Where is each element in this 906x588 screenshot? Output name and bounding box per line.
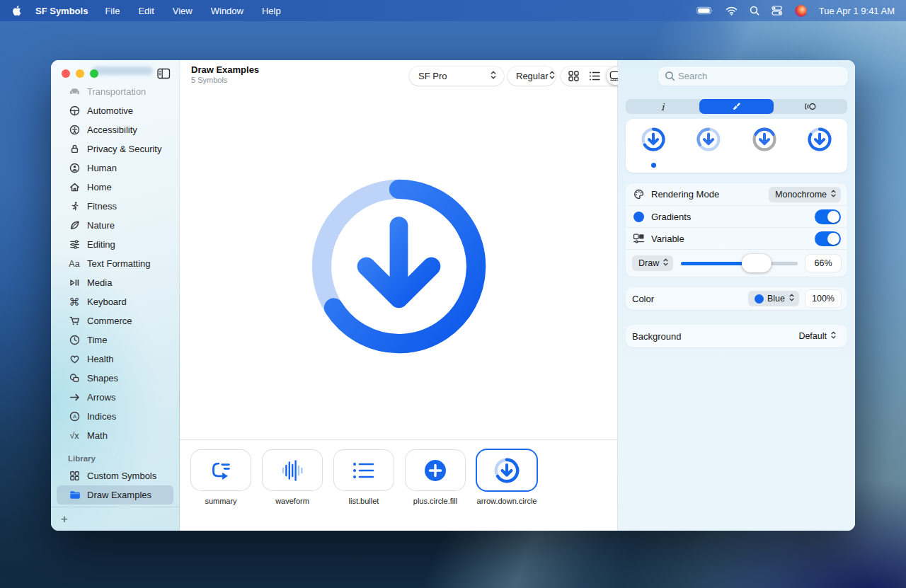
sidebar-item-label: Time [87,335,107,345]
close-button[interactable] [62,69,70,78]
selected-variant-dot [651,163,656,168]
sidebar-item-label: Fitness [87,201,117,212]
symbol-name: list.bullet [349,497,379,507]
multicolor-variant[interactable] [806,126,833,153]
toggle-knob [827,211,839,223]
gradient-circle-icon [632,212,645,222]
menu-view[interactable]: View [173,6,193,16]
sidebar-item-privacy-security[interactable]: Privacy & Security [51,139,179,158]
sidebar: Transportation Automotive Accessibility … [51,60,180,531]
gallery-item-waveform[interactable]: waveform [263,450,322,531]
apple-menu-icon[interactable] [11,4,23,17]
sidebar-item-commerce[interactable]: Commerce [51,311,179,330]
palette-icon [632,188,645,200]
sidebar-item-shapes[interactable]: Shapes [51,369,179,388]
sidebar-item-home[interactable]: Home [51,178,179,197]
arrow-down-circle-card[interactable] [477,450,537,490]
sidebar-item-accessibility[interactable]: Accessibility [51,120,179,139]
chevron-up-down-icon [490,70,497,82]
zoom-button[interactable] [90,69,98,78]
sidebar-item-label: Arrows [87,392,115,403]
plus-circle-fill-card[interactable] [406,450,465,490]
summary-card[interactable] [191,450,251,490]
battery-icon[interactable] [696,6,713,15]
tab-info[interactable]: i [626,99,699,114]
sidebar-item-label: Keyboard [87,296,127,307]
sidebar-item-arrows[interactable]: Arrows [51,388,179,407]
category-list: Transportation Automotive Accessibility … [51,82,179,445]
wifi-icon[interactable] [726,6,738,16]
list-bullet-card[interactable] [334,450,394,490]
variable-toggle[interactable] [815,231,841,246]
sidebar-item-editing[interactable]: Editing [51,235,179,254]
sidebar-item-health[interactable]: Health [51,350,179,369]
spotlight-search-icon[interactable] [750,6,759,16]
minimize-button[interactable] [76,69,84,78]
color-value: Blue [767,294,785,304]
sidebar-item-fitness[interactable]: Fitness [51,197,179,216]
list-view-button[interactable] [585,67,605,86]
app-menu-title[interactable]: SF Symbols [35,6,88,16]
control-center-icon[interactable] [772,6,783,16]
draw-mode-select[interactable]: Draw [632,255,673,271]
gradients-toggle[interactable] [815,209,841,224]
menu-help[interactable]: Help [262,6,281,16]
draw-row: Draw 66% [626,249,847,277]
sidebar-item-indices[interactable]: A Indices [51,407,179,426]
waveform-card[interactable] [263,450,322,490]
chevron-up-down-icon [789,293,795,304]
sidebar-item-time[interactable]: Time [51,330,179,350]
heart-icon [68,353,81,365]
background-group: Background Default [626,325,847,347]
slider-thumb[interactable] [742,254,772,272]
sidebar-item-label: Editing [87,239,115,250]
menu-file[interactable]: File [105,6,120,16]
house-icon [68,181,81,193]
sidebar-item-keyboard[interactable]: ⌘ Keyboard [51,292,179,311]
sidebar-item-human[interactable]: Human [51,158,179,178]
textformat-icon: Aa [68,259,81,269]
draw-slider[interactable] [681,254,798,272]
gallery-item-list-bullet[interactable]: list.bullet [334,450,394,531]
siri-icon[interactable] [795,5,807,17]
sidebar-item-automotive[interactable]: Automotive [51,101,179,120]
sidebar-item-media[interactable]: Media [51,273,179,292]
add-library-button[interactable]: + [61,513,68,525]
palette-variant[interactable] [751,126,778,153]
weight-select[interactable]: Regular [508,67,556,86]
hierarchical-variant[interactable] [695,126,722,153]
grid-view-button[interactable] [563,67,584,86]
menu-bar-clock[interactable]: Tue Apr 1 9:41 AM [819,6,895,16]
shapes-icon [68,372,81,384]
menu-window[interactable]: Window [211,6,243,16]
background-label: Background [632,331,786,342]
variable-color-icon [804,101,816,112]
sidebar-item-label: Commerce [87,316,132,326]
tab-variable[interactable] [774,99,847,114]
search-input[interactable] [678,67,841,86]
sidebar-item-draw-examples[interactable]: Draw Examples [57,485,173,505]
background-select[interactable]: Default [792,328,841,344]
monochrome-variant[interactable] [640,126,667,153]
inspector-tabs: i [626,99,847,114]
sidebar-item-text-formatting[interactable]: Aa Text Formatting [51,254,179,273]
draw-value-field[interactable]: 66% [805,255,841,272]
chevron-up-down-icon [663,258,669,269]
color-opacity-field[interactable]: 100% [805,290,841,307]
search-field[interactable] [658,67,848,86]
color-select[interactable]: Blue [748,291,799,306]
sidebar-item-nature[interactable]: Nature [51,216,179,235]
sidebar-item-custom-symbols[interactable]: Custom Symbols [57,466,173,485]
symbol-canvas[interactable] [180,93,617,439]
sidebar-item-transportation[interactable]: Transportation [51,82,179,101]
font-select[interactable]: SF Pro [409,67,504,86]
sidebar-toggle-button[interactable] [156,67,171,80]
gallery-item-arrow-down-circle[interactable]: arrow.down.circle [477,450,537,531]
menu-edit[interactable]: Edit [138,6,154,16]
gallery-item-summary[interactable]: summary [191,450,251,531]
gallery-item-plus-circle-fill[interactable]: plus.circle.fill [406,450,465,531]
sidebar-item-math[interactable]: √x Math [51,426,179,445]
rendering-mode-select[interactable]: Monochrome [769,187,841,202]
rendering-preview-card [626,119,847,173]
tab-appearance[interactable] [699,99,773,114]
